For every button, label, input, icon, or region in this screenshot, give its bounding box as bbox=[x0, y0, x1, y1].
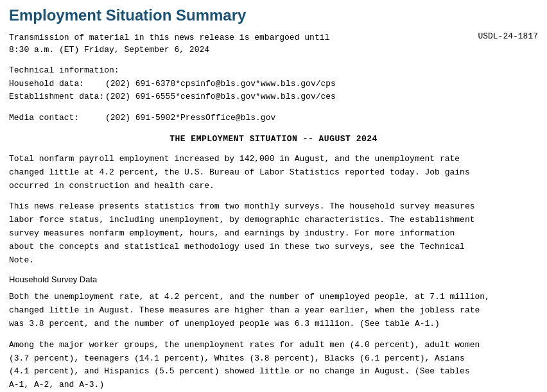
media-label: Media contact: bbox=[9, 112, 105, 125]
establishment-label: Establishment data: bbox=[9, 90, 105, 104]
media-row: Media contact: (202) 691-5902 * PressOff… bbox=[9, 112, 538, 125]
household-label: Household data: bbox=[9, 78, 105, 91]
media-email: PressOffice@bls.gov bbox=[180, 112, 275, 125]
embargo-text: Transmission of material in this news re… bbox=[9, 31, 329, 56]
embargo-block: Transmission of material in this news re… bbox=[9, 31, 538, 56]
establishment-phone: (202) 691-6555 bbox=[105, 90, 175, 104]
establishment-star2: * bbox=[256, 90, 261, 104]
paragraph-2: This news release presents statistics fr… bbox=[9, 200, 538, 267]
household-survey-title: Household Survey Data bbox=[9, 275, 538, 284]
paragraph-1: Total nonfarm payroll employment increas… bbox=[9, 153, 538, 192]
technical-section: Technical information: Household data: (… bbox=[9, 64, 538, 104]
establishment-web: www.bls.gov/ces bbox=[261, 90, 336, 104]
paragraph-3: Both the unemployment rate, at 4.2 perce… bbox=[9, 291, 538, 330]
establishment-email: cesinfo@bls.gov bbox=[180, 90, 256, 104]
page-title: Employment Situation Summary bbox=[9, 6, 538, 25]
media-star: * bbox=[175, 112, 180, 125]
household-row: Household data: (202) 691-6378 * cpsinfo… bbox=[9, 78, 538, 91]
household-star1: * bbox=[175, 78, 180, 91]
usdl-number: USDL-24-1817 bbox=[478, 31, 538, 41]
household-web: www.bls.gov/cps bbox=[261, 78, 336, 91]
embargo-line1: Transmission of material in this news re… bbox=[9, 33, 329, 42]
embargo-line2: 8:30 a.m. (ET) Friday, September 6, 2024 bbox=[9, 45, 209, 55]
media-section: Media contact: (202) 691-5902 * PressOff… bbox=[9, 112, 538, 125]
centered-title: THE EMPLOYMENT SITUATION -- AUGUST 2024 bbox=[9, 134, 538, 144]
household-email: cpsinfo@bls.gov bbox=[180, 78, 256, 91]
paragraph-4: Among the major worker groups, the unemp… bbox=[9, 339, 538, 392]
establishment-star1: * bbox=[175, 90, 180, 104]
household-star2: * bbox=[256, 78, 261, 91]
technical-label: Technical information: bbox=[9, 65, 119, 75]
establishment-row: Establishment data: (202) 691-6555 * ces… bbox=[9, 90, 538, 104]
media-phone: (202) 691-5902 bbox=[105, 112, 175, 125]
household-phone: (202) 691-6378 bbox=[105, 78, 175, 91]
